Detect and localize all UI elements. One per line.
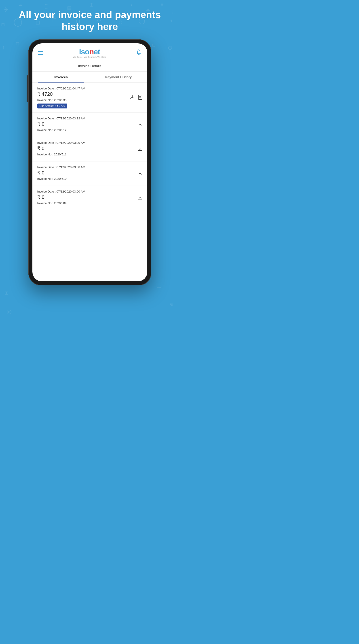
download-button[interactable] [138,195,142,200]
tab-invoices[interactable]: Invoices [32,72,90,82]
invoice-date: Invoice Date : 07/12/2020 03:09 AM [37,141,134,144]
invoice-actions [138,122,142,128]
invoice-actions [130,95,142,100]
hero-title: All your invoice and payments history he… [14,9,166,33]
download-button[interactable] [130,95,135,100]
download-button[interactable] [138,170,142,176]
app-header: isonet We Serve, We Connect, We Care [32,44,147,61]
logo-iso: iso [79,48,89,56]
phone-frame: isonet We Serve, We Connect, We Care Inv… [28,39,151,285]
invoice-amount: ₹ 0 [37,121,134,127]
invoice-number: Invoice No : 2020/512 [37,128,134,132]
invoice-info: Invoice Date : 07/12/2020 03:09 AM ₹ 0 I… [37,141,134,157]
invoice-actions [138,170,142,176]
menu-button[interactable] [38,51,43,55]
logo-et: et [94,48,100,56]
due-amount-badge: Due Amount : ₹ 3720 [37,104,67,108]
invoice-amount: ₹ 0 [37,194,134,200]
invoice-number: Invoice No : 2020/509 [37,202,134,205]
page-title: Invoice Details [32,61,147,72]
logo-tagline: We Serve, We Connect, We Care [73,56,106,58]
invoice-info: Invoice Date : 07/12/2020 03:08 AM ₹ 0 I… [37,166,134,182]
invoice-actions [138,146,142,152]
invoice-item: Invoice Date : 07/12/2020 03:12 AM ₹ 0 I… [32,113,147,137]
invoice-item: Invoice Date : 07/12/2020 03:00 AM ₹ 0 I… [32,186,147,210]
invoice-info: Invoice Date : 07/12/2020 03:00 AM ₹ 0 I… [37,190,134,206]
invoice-list: Invoice Date : 07/02/2021 04:47 AM ₹ 472… [32,83,147,210]
logo-text: isonet [79,48,100,56]
invoice-info: Invoice Date : 07/02/2021 04:47 AM ₹ 472… [37,87,126,108]
invoice-item: Invoice Date : 07/12/2020 03:08 AM ₹ 0 I… [32,162,147,186]
hero-section: All your invoice and payments history he… [0,0,180,37]
phone-screen: isonet We Serve, We Connect, We Care Inv… [32,44,147,281]
tab-payment-history[interactable]: Payment History [90,72,147,82]
invoice-date: Invoice Date : 07/12/2020 03:00 AM [37,190,134,193]
invoice-item: Invoice Date : 07/12/2020 03:09 AM ₹ 0 I… [32,137,147,162]
svg-point-0 [138,54,139,55]
invoice-actions [138,195,142,200]
download-button[interactable] [138,122,142,128]
invoice-item: Invoice Date : 07/02/2021 04:47 AM ₹ 472… [32,83,147,113]
invoice-date: Invoice Date : 07/12/2020 03:08 AM [37,166,134,169]
invoice-date: Invoice Date : 07/12/2020 03:12 AM [37,117,134,120]
file-button[interactable] [138,95,142,100]
invoice-amount: ₹ 0 [37,146,134,152]
logo-net: n [90,48,94,56]
invoice-date: Invoice Date : 07/02/2021 04:47 AM [37,87,126,90]
phone-mockup: isonet We Serve, We Connect, We Care Inv… [0,39,180,285]
app-logo: isonet We Serve, We Connect, We Care [73,48,106,58]
download-button[interactable] [138,146,142,152]
notification-bell-icon[interactable] [136,49,142,57]
invoice-amount: ₹ 4720 [37,91,126,97]
power-button [26,84,28,102]
invoice-amount: ₹ 0 [37,170,134,176]
tabs-bar: Invoices Payment History [32,72,147,83]
invoice-info: Invoice Date : 07/12/2020 03:12 AM ₹ 0 I… [37,117,134,133]
invoice-number: Invoice No : 2020/535 [37,98,126,102]
invoice-number: Invoice No : 2020/510 [37,177,134,180]
invoice-number: Invoice No : 2020/511 [37,153,134,156]
